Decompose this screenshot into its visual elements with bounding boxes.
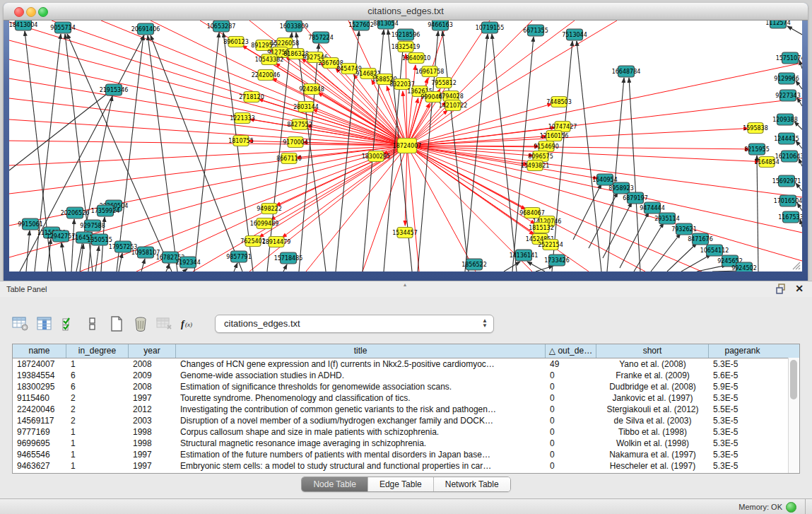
network-canvas[interactable]: 1841300490557142069140610653287160338097…	[9, 21, 802, 271]
black-edge[interactable]	[61, 243, 66, 271]
red-edge[interactable]	[363, 146, 407, 271]
black-edge[interactable]	[71, 219, 74, 271]
black-edge[interactable]	[504, 262, 520, 271]
graph-node[interactable]: 7932621	[671, 223, 697, 235]
black-edge[interactable]	[794, 122, 802, 129]
table-row[interactable]: 977716911998Corpus callosum shape and si…	[13, 426, 799, 438]
graph-node[interactable]: 9154690	[534, 141, 559, 152]
table-row[interactable]: 1938455462009Genome-wide association stu…	[13, 370, 799, 381]
graph-node[interactable]: 8667110	[276, 153, 302, 164]
memory-ok-indicator-icon[interactable]	[786, 502, 796, 513]
black-edge[interactable]	[26, 230, 30, 271]
graph-node[interactable]: 8960123	[223, 37, 249, 47]
black-edge[interactable]	[184, 269, 187, 271]
split-divider-handle[interactable]: ▴	[404, 281, 406, 288]
graph-node[interactable]: 16961758	[416, 66, 445, 77]
black-edge[interactable]	[296, 33, 326, 271]
red-edge[interactable]	[407, 146, 535, 224]
show-columns-button[interactable]	[34, 314, 55, 334]
table-row[interactable]: 946554611997Estimation of the future num…	[13, 449, 799, 460]
graph-node[interactable]: 1221333	[230, 113, 255, 124]
black-edge[interactable]	[47, 239, 51, 271]
close-panel-icon[interactable]: ✕	[795, 283, 804, 294]
graph-node[interactable]: 15718485	[274, 252, 303, 264]
graph-node[interactable]: 16033809	[280, 21, 309, 32]
graph-node[interactable]: 9055714	[50, 22, 76, 33]
graph-node[interactable]: 1534457	[392, 228, 418, 238]
column-header-short[interactable]: short	[596, 344, 709, 358]
black-edge[interactable]	[465, 34, 488, 271]
graph-node[interactable]: 9129966	[774, 73, 799, 84]
black-edge[interactable]	[651, 233, 681, 271]
red-edge[interactable]	[407, 146, 802, 197]
graph-node[interactable]: 6671355	[523, 25, 548, 36]
graph-node[interactable]: 7857224	[308, 32, 334, 43]
graph-node[interactable]: 8471676	[688, 233, 713, 245]
tab-network-table[interactable]: Network Table	[434, 477, 510, 491]
graph-node[interactable]: 1244415	[774, 133, 799, 144]
graph-node[interactable]: 2935114	[654, 213, 680, 224]
graph-node[interactable]: 1815132	[529, 223, 554, 233]
black-edge[interactable]	[799, 158, 802, 166]
table-row[interactable]: 1830029562008Estimation of significance …	[13, 381, 799, 392]
black-edge[interactable]	[797, 203, 802, 211]
graph-node[interactable]: 19218596	[392, 29, 420, 40]
table-selector-dropdown[interactable]: citations_edges.txt ▲▼	[215, 315, 494, 333]
black-edge[interactable]	[796, 81, 802, 89]
graph-node[interactable]: 9498222	[257, 204, 282, 214]
black-edge[interactable]	[787, 26, 802, 35]
window-titlebar[interactable]: citations_edges.txt	[4, 3, 808, 21]
graph-node[interactable]: 7448503	[546, 97, 572, 107]
new-column-button[interactable]	[106, 314, 127, 334]
graph-node[interactable]: 1164854	[754, 157, 779, 168]
graph-node[interactable]: 8813054	[373, 21, 399, 29]
red-edge[interactable]	[101, 21, 407, 146]
graph-node[interactable]: 22420046	[252, 70, 281, 81]
function-builder-button[interactable]: f(x)	[178, 314, 199, 334]
table-row[interactable]: 2242004622012Investigating the contribut…	[13, 404, 799, 415]
scrollbar-thumb[interactable]	[790, 360, 797, 399]
table-row[interactable]: 1456911722003Disruption of a novel membe…	[13, 415, 799, 426]
graph-node[interactable]: 21915346	[100, 84, 129, 95]
black-edge[interactable]	[796, 141, 802, 148]
graph-node[interactable]: 18413004	[9, 21, 37, 30]
graph-node[interactable]: 10653287	[207, 21, 236, 32]
node-attribute-table[interactable]: namein_degreeyeartitle△ out_de…shortpage…	[12, 344, 800, 474]
tab-edge-table[interactable]: Edge Table	[368, 477, 434, 491]
graph-node[interactable]: 1810755	[228, 136, 254, 146]
graph-node[interactable]: 10719155	[476, 22, 505, 33]
black-edge[interactable]	[95, 246, 99, 271]
table-row[interactable]: 1872400712008Changes of HCN gene express…	[13, 358, 799, 370]
graph-node[interactable]: 9297588	[80, 220, 105, 231]
graph-node[interactable]: 10543382	[255, 54, 284, 65]
table-scrollbar[interactable]	[788, 358, 799, 473]
graph-node[interactable]: 16099489	[250, 218, 279, 229]
black-edge[interactable]	[800, 219, 802, 227]
graph-node[interactable]: 18914479	[262, 237, 291, 247]
graph-node[interactable]: 18325419	[392, 42, 420, 52]
graph-node[interactable]: 9466163	[428, 21, 453, 30]
black-edge[interactable]	[620, 212, 649, 268]
column-header-name[interactable]: name	[13, 344, 66, 358]
graph-node[interactable]: 14210722	[439, 100, 468, 111]
graph-node[interactable]: 12160156	[540, 131, 569, 141]
graph-node[interactable]: 9474444	[640, 202, 665, 214]
float-panel-icon[interactable]	[776, 284, 787, 294]
graph-node[interactable]: 1209388	[772, 114, 798, 125]
black-edge[interactable]	[151, 35, 242, 271]
graph-node[interactable]: 10654112	[700, 245, 729, 256]
red-edge[interactable]	[407, 146, 750, 149]
graph-node[interactable]: 9227343	[775, 90, 801, 101]
black-edge[interactable]	[796, 183, 802, 191]
graph-node[interactable]: 9857791	[226, 251, 252, 262]
graph-node[interactable]: 20691406	[131, 23, 160, 35]
graph-node[interactable]: 8427552	[287, 119, 312, 130]
graph-node[interactable]: 8215955	[744, 144, 770, 155]
column-header-in_degree[interactable]: in_degree	[66, 344, 129, 358]
column-header-year[interactable]: year	[129, 344, 176, 358]
black-edge[interactable]	[166, 264, 170, 271]
column-header-title[interactable]: title	[176, 344, 546, 358]
delete-column-button[interactable]	[130, 314, 151, 334]
graph-node[interactable]: 9170004	[283, 137, 308, 148]
black-edge[interactable]	[799, 60, 802, 69]
